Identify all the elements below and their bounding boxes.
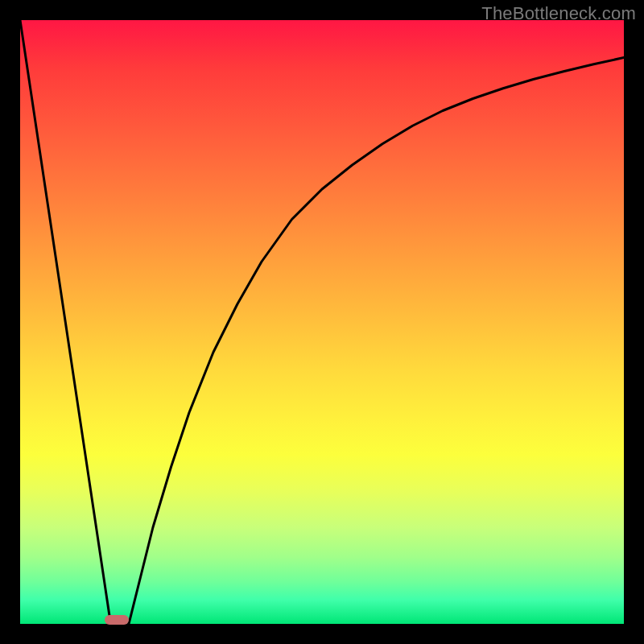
chart-container: TheBottleneck.com xyxy=(0,0,644,644)
optimal-marker xyxy=(105,615,129,625)
curve-svg xyxy=(20,20,624,624)
watermark-text: TheBottleneck.com xyxy=(481,3,636,24)
bottleneck-curve xyxy=(20,20,624,624)
plot-area xyxy=(20,20,624,624)
